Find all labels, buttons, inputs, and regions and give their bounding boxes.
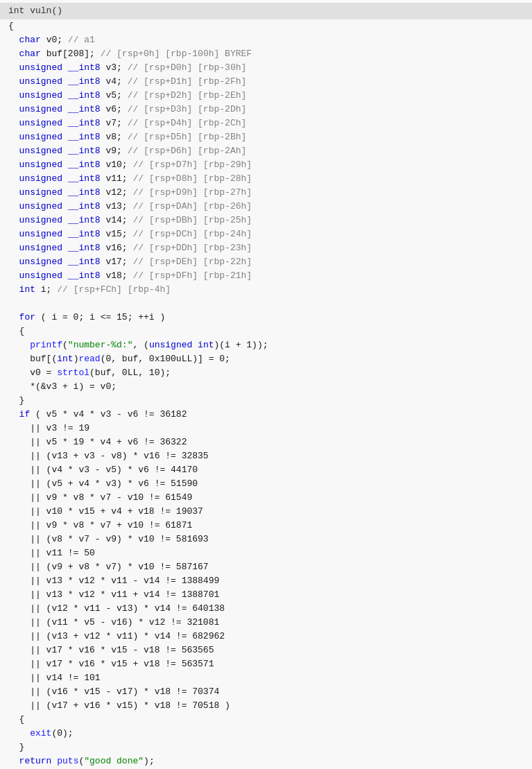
code-line: || (v11 * v5 - v16) * v12 != 321081 (0, 616, 532, 630)
code-line: unsigned __int8 v5; // [rsp+D2h] [rbp-2E… (0, 89, 532, 103)
code-line: unsigned __int8 v3; // [rsp+D0h] [rbp-30… (0, 61, 532, 75)
code-line: unsigned __int8 v9; // [rsp+D6h] [rbp-2A… (0, 144, 532, 158)
code-line: || (v13 + v12 * v11) * v14 != 682962 (0, 630, 532, 643)
code-line: *(&v3 + i) = v0; (0, 380, 532, 394)
code-line: unsigned __int8 v14; // [rsp+DBh] [rbp-2… (0, 214, 532, 227)
code-line: || v13 * v12 * v11 + v14 != 1388701 (0, 588, 532, 602)
code-line: } (0, 394, 532, 408)
code-line: int i; // [rsp+FCh] [rbp-4h] (0, 283, 532, 297)
code-line: unsigned __int8 v17; // [rsp+DEh] [rbp-2… (0, 255, 532, 269)
code-line: || (v9 + v8 * v7) * v10 != 587167 (0, 560, 532, 574)
code-line: for ( i = 0; i <= 15; ++i ) (0, 311, 532, 325)
code-line: unsigned __int8 v16; // [rsp+DDh] [rbp-2… (0, 241, 532, 255)
code-line: || (v12 * v11 - v13) * v14 != 640138 (0, 602, 532, 616)
code-line: || (v16 * v15 - v17) * v18 != 70374 (0, 685, 532, 699)
code-line (0, 297, 532, 311)
code-line: char v0; // a1 (0, 33, 532, 47)
code-line: char buf[208]; // [rsp+0h] [rbp-100h] BY… (0, 47, 532, 61)
code-line: unsigned __int8 v11; // [rsp+D8h] [rbp-2… (0, 172, 532, 186)
code-line: if ( v5 * v4 * v3 - v6 != 36182 (0, 408, 532, 422)
code-line: unsigned __int8 v18; // [rsp+DFh] [rbp-2… (0, 269, 532, 283)
code-line: unsigned __int8 v8; // [rsp+D5h] [rbp-2B… (0, 130, 532, 144)
code-line: unsigned __int8 v6; // [rsp+D3h] [rbp-2D… (0, 103, 532, 116)
code-line: || v13 * v12 * v11 - v14 != 1388499 (0, 574, 532, 588)
code-line: } (0, 741, 532, 754)
code-line: v0 = strtol(buf, 0LL, 10); (0, 366, 532, 380)
code-line: || v9 * v8 * v7 - v10 != 61549 (0, 491, 532, 505)
code-line: || v11 != 50 (0, 546, 532, 560)
code-line: || v3 != 19 (0, 422, 532, 435)
code-line: || (v4 * v3 - v5) * v6 != 44170 (0, 463, 532, 477)
function-header: int vuln() (0, 3, 532, 19)
code-line: || v5 * 19 * v4 + v6 != 36322 (0, 435, 532, 449)
code-line: unsigned __int8 v10; // [rsp+D7h] [rbp-2… (0, 158, 532, 172)
code-line: return puts("good done"); (0, 754, 532, 768)
code-line: printf("number-%d:", (unsigned int)(i + … (0, 338, 532, 352)
code-line: unsigned __int8 v13; // [rsp+DAh] [rbp-2… (0, 200, 532, 214)
code-container: int vuln() { char v0; // a1 char buf[208… (0, 0, 532, 769)
code-line: unsigned __int8 v15; // [rsp+DCh] [rbp-2… (0, 227, 532, 241)
code-line: { (0, 325, 532, 338)
code-line: || (v17 + v16 * v15) * v18 != 70518 ) (0, 699, 532, 713)
code-line: || (v13 + v3 - v8) * v16 != 32835 (0, 449, 532, 463)
code-line: || v17 * v16 * v15 - v18 != 563565 (0, 643, 532, 657)
code-line: exit(0); (0, 727, 532, 741)
code-line: || (v5 + v4 * v3) * v6 != 51590 (0, 477, 532, 491)
code-line: { (0, 19, 532, 33)
code-line: unsigned __int8 v12; // [rsp+D9h] [rbp-2… (0, 186, 532, 200)
code-line: || (v8 * v7 - v9) * v10 != 581693 (0, 533, 532, 546)
code-line: || v14 != 101 (0, 671, 532, 685)
code-line: || v17 * v16 * v15 + v18 != 563571 (0, 657, 532, 671)
code-line: || v9 * v8 * v7 + v10 != 61871 (0, 519, 532, 533)
code-line: unsigned __int8 v4; // [rsp+D1h] [rbp-2F… (0, 75, 532, 89)
code-line: || v10 * v15 + v4 + v18 != 19037 (0, 505, 532, 519)
code-line: { (0, 713, 532, 727)
code-line: unsigned __int8 v7; // [rsp+D4h] [rbp-2C… (0, 116, 532, 130)
code-line: buf[(int)read(0, buf, 0x100uLL)] = 0; (0, 352, 532, 366)
